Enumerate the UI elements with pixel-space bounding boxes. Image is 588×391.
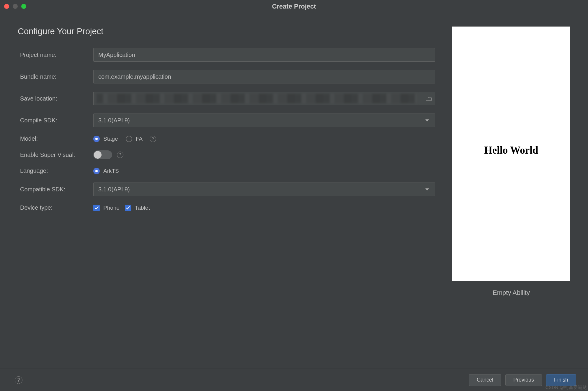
- compatible-sdk-select[interactable]: 3.1.0(API 9): [93, 183, 435, 196]
- cancel-button[interactable]: Cancel: [469, 374, 501, 386]
- compile-sdk-value: 3.1.0(API 9): [98, 117, 130, 124]
- model-fa-label: FA: [136, 136, 143, 142]
- device-phone-label: Phone: [103, 205, 120, 211]
- super-visual-help-icon[interactable]: ?: [117, 152, 123, 158]
- minimize-window-button[interactable]: [13, 4, 18, 9]
- row-save-location: Save location:: [20, 92, 435, 105]
- row-bundle-name: Bundle name:: [20, 70, 435, 83]
- device-phone-checkbox[interactable]: Phone: [93, 205, 120, 211]
- form-column: Configure Your Project Project name: Bun…: [18, 27, 435, 369]
- label-device-type: Device type:: [20, 204, 93, 211]
- compile-sdk-select[interactable]: 3.1.0(API 9): [93, 114, 435, 127]
- label-language: Language:: [20, 167, 93, 174]
- folder-icon[interactable]: [425, 96, 432, 101]
- preview-canvas: Hello World: [452, 27, 570, 281]
- model-radio-group: Stage FA ?: [93, 136, 156, 142]
- row-compile-sdk: Compile SDK: 3.1.0(API 9): [20, 114, 435, 127]
- row-model: Model: Stage FA ?: [20, 135, 435, 142]
- maximize-window-button[interactable]: [21, 4, 26, 9]
- project-form: Project name: Bundle name: Save location…: [18, 48, 435, 211]
- page-heading: Configure Your Project: [18, 27, 435, 36]
- row-compatible-sdk: Compatible SDK: 3.1.0(API 9): [20, 183, 435, 196]
- row-language: Language: ArkTS: [20, 167, 435, 174]
- label-model: Model:: [20, 135, 93, 142]
- create-project-window: Create Project Configure Your Project Pr…: [0, 0, 588, 391]
- project-name-input[interactable]: [93, 48, 435, 62]
- radio-dot-icon: [93, 168, 100, 174]
- window-controls: [4, 4, 26, 9]
- toggle-knob: [94, 151, 102, 159]
- model-radio-stage[interactable]: Stage: [93, 136, 118, 142]
- label-project-name: Project name:: [20, 52, 93, 58]
- radio-dot-icon: [93, 136, 100, 142]
- label-compile-sdk: Compile SDK:: [20, 117, 93, 124]
- label-compatible-sdk: Compatible SDK:: [20, 186, 93, 193]
- device-type-group: Phone Tablet: [93, 205, 150, 211]
- bundle-name-input[interactable]: [93, 70, 435, 83]
- row-device-type: Device type: Phone Tablet: [20, 204, 435, 211]
- close-window-button[interactable]: [4, 4, 9, 9]
- model-stage-label: Stage: [103, 136, 118, 142]
- watermark-text: CSDN @柯基爱蹦跶: [545, 385, 587, 390]
- chevron-down-icon: [425, 119, 429, 121]
- chevron-down-icon: [425, 188, 429, 190]
- footer-bar: ? Cancel Previous Finish: [0, 369, 588, 391]
- checkmark-icon: [93, 205, 100, 211]
- preview-column: Hello World Empty Ability: [452, 27, 570, 369]
- preview-caption: Empty Ability: [493, 289, 530, 297]
- language-radio-arkts[interactable]: ArkTS: [93, 168, 119, 174]
- row-super-visual: Enable Super Visual: ?: [20, 150, 435, 159]
- finish-button[interactable]: Finish: [546, 374, 576, 386]
- save-location-field: [93, 92, 435, 105]
- device-tablet-label: Tablet: [135, 205, 150, 211]
- label-save-location: Save location:: [20, 95, 93, 102]
- row-project-name: Project name:: [20, 48, 435, 62]
- model-help-icon[interactable]: ?: [150, 136, 156, 142]
- compatible-sdk-value: 3.1.0(API 9): [98, 186, 130, 193]
- preview-hello-text: Hello World: [484, 144, 538, 156]
- label-bundle-name: Bundle name:: [20, 73, 93, 80]
- window-title: Create Project: [0, 3, 588, 10]
- super-visual-toggle[interactable]: [93, 150, 112, 159]
- checkmark-icon: [125, 205, 131, 211]
- content-area: Configure Your Project Project name: Bun…: [0, 13, 588, 369]
- footer-help-icon[interactable]: ?: [15, 376, 22, 384]
- language-radio-group: ArkTS: [93, 168, 119, 174]
- titlebar: Create Project: [0, 0, 588, 13]
- label-super-visual: Enable Super Visual:: [20, 152, 93, 158]
- device-tablet-checkbox[interactable]: Tablet: [125, 205, 150, 211]
- model-radio-fa[interactable]: FA: [126, 136, 143, 142]
- previous-button[interactable]: Previous: [505, 374, 542, 386]
- radio-dot-icon: [126, 136, 132, 142]
- language-arkts-label: ArkTS: [103, 168, 119, 174]
